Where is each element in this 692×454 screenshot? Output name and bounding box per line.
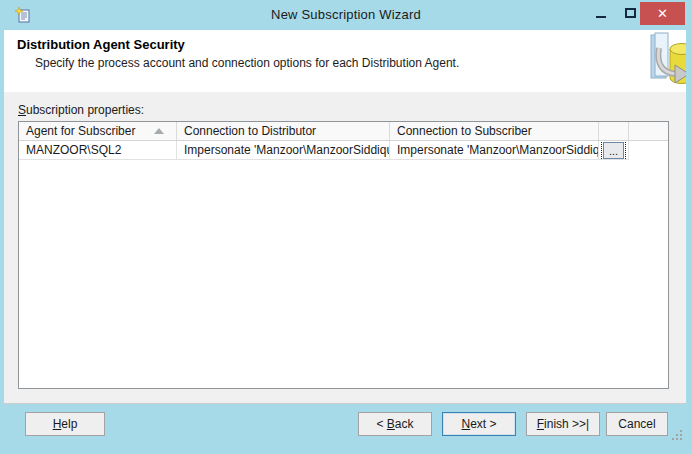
subscription-properties-label: Subscription properties: [18, 103, 144, 117]
column-header-connection-to-subscriber[interactable]: Connection to Subscriber [390, 122, 599, 140]
security-options-ellipsis-button[interactable]: ... [603, 142, 624, 159]
help-button[interactable]: Help [25, 412, 105, 436]
footer-separator [4, 403, 686, 404]
column-header-agent-for-subscriber[interactable]: Agent for Subscriber [19, 122, 177, 140]
resize-grip[interactable] [672, 430, 674, 432]
column-header-filler [629, 122, 668, 140]
column-header-actions [599, 122, 629, 140]
cell-connection-to-distributor[interactable]: Impersonate 'Manzoor\ManzoorSiddiqui' [177, 141, 390, 160]
sort-ascending-icon [154, 128, 164, 134]
close-button[interactable]: ✕ [640, 2, 685, 25]
next-button[interactable]: Next > [442, 412, 516, 436]
close-icon: ✕ [657, 6, 668, 21]
replication-database-icon [648, 32, 686, 90]
minimize-button[interactable] [588, 2, 614, 24]
new-subscription-wizard-window: New Subscription Wizard ✕ Distribution A… [0, 0, 692, 454]
table-row: MANZOOR\SQL2 Impersonate 'Manzoor\Manzoo… [19, 141, 668, 160]
cell-filler [629, 141, 668, 160]
finish-button[interactable]: Finish >>| [526, 412, 600, 436]
minimize-icon [596, 16, 606, 18]
titlebar[interactable]: New Subscription Wizard ✕ [0, 0, 692, 30]
wizard-page-banner: Distribution Agent Security Specify the … [4, 30, 686, 92]
page-title: Distribution Agent Security [17, 37, 185, 52]
grid-header-row: Agent for Subscriber Connection to Distr… [19, 122, 668, 141]
wizard-page-content: Subscription properties: Agent for Subsc… [4, 92, 686, 403]
cancel-button[interactable]: Cancel [606, 412, 668, 436]
subscription-properties-grid: Agent for Subscriber Connection to Distr… [18, 121, 669, 389]
page-subtitle: Specify the process account and connecti… [35, 56, 459, 70]
cell-actions: ... [599, 141, 629, 160]
cell-connection-to-subscriber[interactable]: Impersonate 'Manzoor\ManzoorSiddiqui' [390, 141, 599, 160]
back-button[interactable]: < Back [358, 412, 432, 436]
maximize-icon [625, 8, 636, 18]
column-header-connection-to-distributor[interactable]: Connection to Distributor [177, 122, 390, 140]
cell-agent-for-subscriber[interactable]: MANZOOR\SQL2 [19, 141, 177, 160]
